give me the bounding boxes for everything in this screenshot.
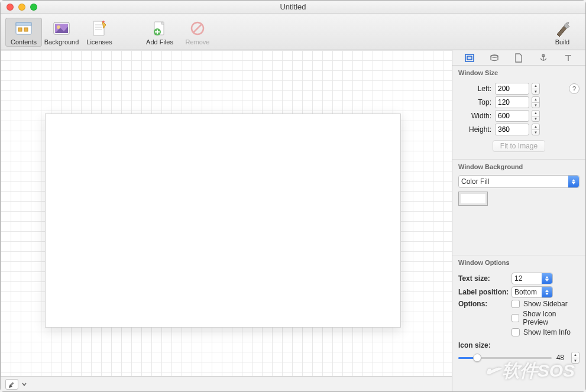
show-item-info-checkbox[interactable] — [511, 328, 520, 336]
label-position-label: Label position: — [458, 288, 511, 296]
pencil-icon — [8, 381, 15, 388]
show-item-info-label: Show Item Info — [523, 328, 571, 336]
left-label: Left: — [458, 85, 491, 93]
add-files-label: Add Files — [146, 38, 173, 46]
window-size-heading: Window Size — [452, 66, 585, 79]
show-sidebar-checkbox[interactable] — [511, 300, 520, 308]
help-button[interactable]: ? — [569, 83, 579, 94]
window-background-section: Color Fill — [452, 173, 585, 255]
width-stepper[interactable]: ▲▼ — [532, 110, 540, 122]
show-sidebar-label: Show Sidebar — [523, 300, 568, 308]
close-window-button[interactable] — [7, 4, 14, 11]
titlebar: Untitled — [1, 1, 585, 14]
icon-size-slider[interactable] — [458, 353, 552, 362]
tab-anchor[interactable] — [535, 51, 552, 64]
inspector-tabs — [452, 50, 585, 66]
licenses-label: Licenses — [86, 38, 112, 46]
tab-page[interactable] — [510, 51, 527, 64]
text-size-select[interactable]: 12 — [511, 273, 553, 284]
contents-label: Contents — [11, 38, 37, 46]
height-label: Height: — [458, 125, 491, 134]
height-stepper[interactable]: ▲▼ — [532, 124, 540, 135]
top-input[interactable] — [495, 96, 529, 108]
svg-point-19 — [491, 55, 498, 57]
label-position-value: Bottom — [514, 288, 537, 296]
background-color-well[interactable] — [458, 192, 488, 206]
top-label: Top: — [458, 98, 491, 106]
tab-disk[interactable] — [485, 51, 503, 64]
icon-size-label: Icon size: — [458, 341, 579, 349]
background-button[interactable]: Background — [43, 18, 80, 47]
left-input[interactable] — [495, 83, 529, 95]
licenses-button[interactable]: Licenses — [81, 18, 118, 47]
show-icon-preview-checkbox[interactable] — [511, 314, 519, 322]
options-label: Options: — [458, 300, 511, 308]
height-input[interactable] — [495, 124, 529, 135]
svg-line-15 — [193, 24, 202, 33]
label-position-select[interactable]: Bottom — [511, 286, 553, 298]
build-icon — [553, 19, 572, 38]
add-files-icon — [150, 19, 169, 38]
svg-rect-18 — [467, 56, 472, 60]
text-size-value: 12 — [514, 274, 522, 283]
top-stepper[interactable]: ▲▼ — [532, 96, 540, 108]
traffic-lights — [1, 4, 37, 11]
svg-rect-3 — [24, 28, 28, 31]
svg-rect-1 — [16, 22, 31, 25]
fit-to-image-button[interactable]: Fit to Image — [493, 140, 545, 152]
contents-button[interactable]: Contents — [5, 18, 42, 47]
left-stepper[interactable]: ▲▼ — [532, 83, 540, 95]
background-icon — [52, 19, 71, 38]
window-options-section: Text size: 12 Label position: Bottom Opt… — [452, 268, 585, 370]
select-arrows-icon — [542, 287, 552, 297]
window-size-section: Left: ▲▼ ? Top: ▲▼ Width: ▲▼ Height: — [452, 79, 585, 160]
width-label: Width: — [458, 112, 491, 120]
text-size-label: Text size: — [458, 274, 511, 283]
licenses-icon — [90, 19, 109, 38]
window-title: Untitled — [1, 2, 585, 11]
inspector-panel: Window Size Left: ▲▼ ? Top: ▲▼ Width: ▲▼ — [452, 50, 585, 391]
select-arrows-icon — [542, 273, 552, 284]
tab-layout[interactable] — [461, 51, 478, 64]
remove-icon — [188, 19, 207, 38]
minimize-window-button[interactable] — [18, 4, 25, 11]
window-background-heading: Window Background — [452, 160, 585, 173]
background-mode-value: Color Fill — [461, 177, 489, 186]
width-input[interactable] — [495, 110, 529, 122]
remove-button[interactable]: Remove — [179, 18, 216, 47]
add-files-button[interactable]: Add Files — [141, 18, 178, 47]
build-label: Build — [555, 38, 569, 46]
background-mode-select[interactable]: Color Fill — [458, 175, 579, 188]
edit-mode-button[interactable] — [5, 379, 18, 390]
icon-size-stepper[interactable]: ▲▼ — [571, 352, 579, 364]
remove-label: Remove — [186, 38, 210, 46]
icon-size-value: 48 — [556, 354, 564, 362]
document-preview-window[interactable] — [45, 114, 401, 328]
tab-text[interactable] — [559, 51, 577, 64]
zoom-window-button[interactable] — [30, 4, 37, 11]
window-options-heading: Window Options — [452, 255, 585, 268]
build-button[interactable]: Build — [544, 18, 581, 47]
chevron-down-icon[interactable] — [22, 382, 27, 387]
show-icon-preview-label: Show Icon Preview — [523, 310, 579, 326]
canvas-footer — [1, 376, 452, 391]
canvas-area[interactable] — [1, 50, 452, 391]
app-window: Untitled Contents Background Licenses — [0, 0, 586, 392]
svg-rect-2 — [18, 28, 22, 31]
toolbar: Contents Background Licenses Add — [1, 14, 585, 50]
select-arrows-icon — [568, 176, 579, 187]
background-label: Background — [44, 38, 79, 46]
contents-icon — [14, 19, 33, 38]
